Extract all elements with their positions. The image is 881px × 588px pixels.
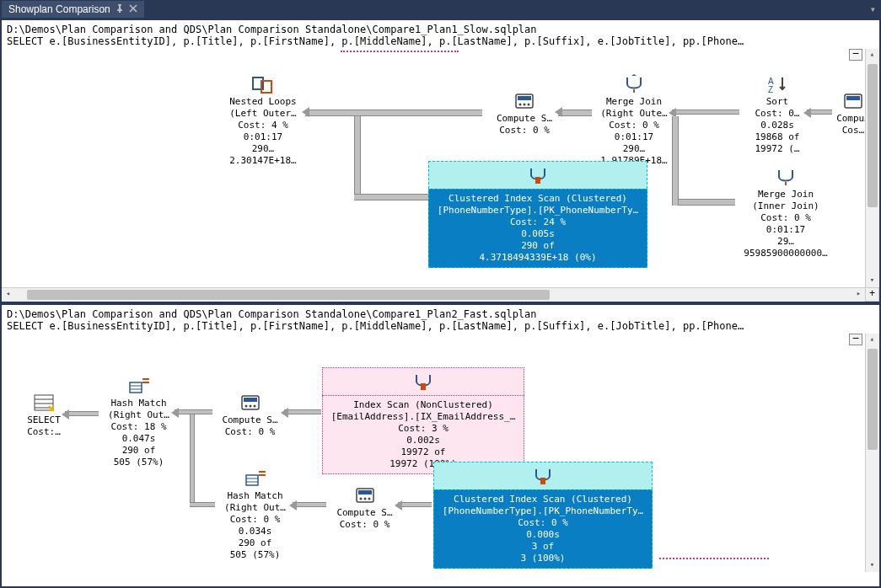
svg-rect-10 bbox=[846, 96, 860, 100]
op-compute-scalar[interactable]: Compute S… Cost: 0 % bbox=[214, 393, 286, 438]
svg-point-5 bbox=[524, 104, 526, 106]
connector bbox=[672, 199, 735, 206]
tab-showplan-comparison[interactable]: Showplan Comparison bbox=[2, 1, 144, 18]
scroll-right-icon[interactable]: ▸ bbox=[852, 288, 865, 301]
scroll-down-icon[interactable]: ▾ bbox=[866, 275, 878, 287]
connector bbox=[190, 414, 195, 507]
compute-scalar-icon bbox=[841, 91, 865, 111]
scroll-left-icon[interactable]: ◂ bbox=[2, 288, 14, 301]
svg-rect-11 bbox=[535, 177, 540, 184]
op-compute-scalar[interactable]: Compute S… Cost: 0 % bbox=[486, 91, 562, 136]
svg-rect-33 bbox=[540, 478, 545, 484]
op-index-scan[interactable]: Index Scan (NonClustered) [EmailAddress]… bbox=[322, 367, 524, 474]
connector bbox=[398, 502, 432, 507]
op-clustered-index-scan[interactable]: Clustered Index Scan (Clustered) [PhoneN… bbox=[428, 161, 647, 268]
svg-rect-3 bbox=[518, 96, 531, 100]
plan-sql-text: SELECT e.[BusinessEntityID], p.[Title], … bbox=[7, 35, 874, 47]
svg-rect-20 bbox=[244, 398, 257, 402]
arrow-icon bbox=[171, 408, 179, 418]
svg-point-6 bbox=[528, 104, 530, 106]
nested-loops-icon bbox=[251, 74, 275, 94]
plan-file-path: D:\Demos\Plan Comparison and QDS\Plan Co… bbox=[7, 308, 874, 320]
arrow-icon bbox=[555, 107, 562, 117]
hash-match-icon bbox=[127, 376, 151, 396]
highlight-fragment bbox=[659, 558, 769, 559]
op-hash-match[interactable]: Hash Match (Right Out… Cost: 0 % 0.034s … bbox=[215, 468, 295, 561]
close-icon[interactable] bbox=[129, 3, 137, 15]
connector bbox=[65, 411, 99, 416]
pane-header: D:\Demos\Plan Comparison and QDS\Plan Co… bbox=[2, 20, 879, 49]
op-merge-join[interactable]: Merge Join (Right Oute… Cost: 0 % 0:01:1… bbox=[592, 74, 676, 167]
compute-scalar-icon bbox=[513, 91, 536, 111]
pin-icon[interactable] bbox=[115, 3, 124, 15]
svg-point-21 bbox=[244, 405, 247, 408]
scrollbar-thumb[interactable] bbox=[868, 349, 878, 450]
clustered-index-scan-icon bbox=[526, 165, 550, 185]
arrow-icon bbox=[289, 500, 297, 510]
connector bbox=[293, 502, 326, 507]
collapse-button[interactable]: − bbox=[849, 334, 862, 345]
tab-bar: Showplan Comparison ▾ bbox=[0, 0, 881, 19]
svg-point-31 bbox=[363, 498, 366, 500]
scrollbar-thumb[interactable] bbox=[27, 290, 550, 300]
scroll-down-icon[interactable]: ▾ bbox=[866, 559, 878, 572]
scroll-up-icon[interactable]: ▴ bbox=[866, 49, 878, 61]
plan-diagram[interactable]: Nested Loops (Left Outer… Cost: 4 % 0:01… bbox=[2, 49, 879, 302]
connector bbox=[354, 194, 428, 200]
svg-rect-24 bbox=[421, 383, 426, 390]
arrow-icon bbox=[395, 500, 402, 510]
plan-pane-slow: D:\Demos\Plan Comparison and QDS\Plan Co… bbox=[2, 20, 879, 302]
tab-overflow-dropdown[interactable]: ▾ bbox=[870, 3, 881, 16]
svg-rect-29 bbox=[358, 490, 372, 494]
arrow-icon bbox=[281, 408, 288, 418]
op-merge-join-inner[interactable]: Merge Join (Inner Join) Cost: 0 % 0:01:1… bbox=[735, 167, 836, 259]
connector bbox=[190, 502, 215, 507]
op-hash-match[interactable]: Hash Match (Right Out… Cost: 18 % 0.047s… bbox=[99, 376, 179, 468]
hash-match-icon bbox=[244, 468, 267, 489]
scrollbar-thumb[interactable] bbox=[868, 64, 878, 207]
collapse-button[interactable]: − bbox=[849, 49, 862, 61]
highlight-fragment bbox=[341, 51, 459, 52]
sort-icon: AZ bbox=[766, 74, 789, 94]
svg-point-32 bbox=[368, 498, 370, 500]
svg-point-22 bbox=[249, 405, 251, 408]
plan-pane-fast: D:\Demos\Plan Comparison and QDS\Plan Co… bbox=[2, 305, 879, 586]
svg-text:Z: Z bbox=[768, 85, 773, 94]
pane-header: D:\Demos\Plan Comparison and QDS\Plan Co… bbox=[2, 305, 879, 334]
index-scan-icon bbox=[411, 372, 435, 392]
connector bbox=[305, 110, 482, 116]
connector bbox=[672, 116, 679, 206]
svg-point-30 bbox=[359, 498, 362, 500]
vertical-scrollbar[interactable]: ▴ ▾ bbox=[865, 49, 879, 287]
arrow-icon bbox=[62, 409, 69, 420]
tab-title: Showplan Comparison bbox=[8, 3, 110, 15]
op-compute-scalar[interactable]: Compute S… Cost: 0 % bbox=[329, 485, 400, 531]
svg-rect-16 bbox=[130, 382, 142, 393]
horizontal-scrollbar[interactable]: ◂ ▸ bbox=[2, 287, 865, 302]
connector bbox=[558, 110, 592, 116]
op-sort[interactable]: AZ Sort Cost: 0… 0.028s 19868 of 19972 (… bbox=[744, 74, 811, 155]
compute-scalar-icon bbox=[239, 393, 262, 413]
plan-diagram[interactable]: SELECT Cost:… Hash Match (Right Out… Cos… bbox=[2, 334, 879, 586]
plan-sql-text: SELECT e.[BusinessEntityID], p.[Title], … bbox=[7, 320, 874, 332]
merge-join-icon bbox=[774, 167, 798, 187]
svg-rect-25 bbox=[246, 475, 258, 485]
select-icon bbox=[32, 393, 56, 413]
svg-point-4 bbox=[519, 104, 522, 106]
arrow-icon bbox=[302, 107, 309, 117]
compute-scalar-icon bbox=[353, 485, 377, 505]
op-clustered-index-scan[interactable]: Clustered Index Scan (Clustered) [PhoneN… bbox=[433, 462, 653, 569]
scroll-up-icon[interactable]: ▴ bbox=[866, 334, 878, 346]
svg-point-23 bbox=[253, 405, 255, 408]
arrow-icon bbox=[803, 108, 811, 118]
plan-file-path: D:\Demos\Plan Comparison and QDS\Plan Co… bbox=[7, 24, 874, 35]
op-nested-loops[interactable]: Nested Loops (Left Outer… Cost: 4 % 0:01… bbox=[217, 74, 309, 167]
connector bbox=[284, 409, 321, 414]
vertical-scrollbar[interactable]: ▴ ▾ bbox=[865, 334, 879, 572]
compare-panes: D:\Demos\Plan Comparison and QDS\Plan Co… bbox=[0, 19, 881, 588]
merge-join-icon bbox=[622, 74, 646, 94]
connector bbox=[354, 116, 361, 200]
connector bbox=[672, 110, 739, 115]
zoom-button[interactable]: + bbox=[865, 287, 879, 302]
clustered-index-scan-icon bbox=[531, 466, 555, 486]
